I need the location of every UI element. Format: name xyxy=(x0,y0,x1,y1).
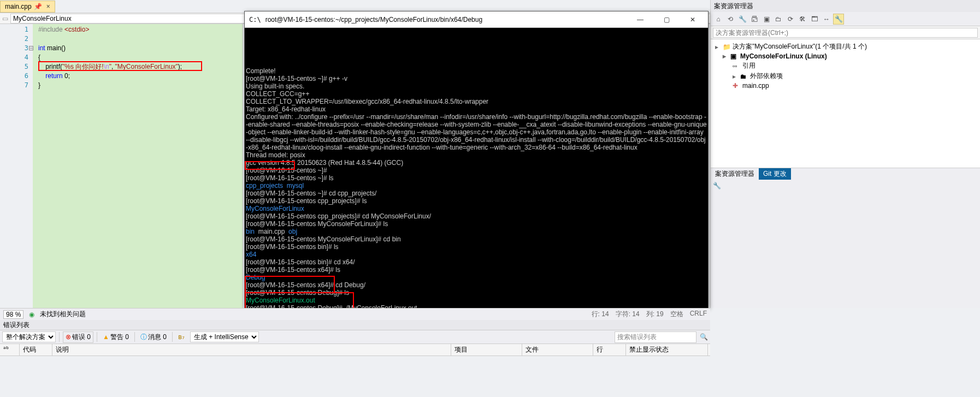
git-changes-panel: 🔧 xyxy=(711,180,980,308)
errorlist-col-4[interactable]: 文件 xyxy=(522,344,593,355)
solution-toolbar: ⌂⟲🔧🖆▣🗀⟳🛠🗔↔🔧 xyxy=(711,12,980,26)
build-filter-icon[interactable]: ʙ₇ xyxy=(176,333,187,341)
terminal-content[interactable]: Complete![root@VM-16-15-centos ~]# g++ -… xyxy=(245,28,708,309)
status-char: 字符: 14 xyxy=(616,310,640,319)
code-area[interactable]: #include <cstdio> ⊟int main() { printf("… xyxy=(33,24,243,308)
solution-root[interactable]: ▸📁决方案"MyConsoleForLinux"(1 个项目/共 1 个) xyxy=(713,42,978,52)
tab-git-changes[interactable]: Git 更改 xyxy=(759,168,791,180)
status-row: 行: 14 xyxy=(592,310,609,319)
tab-title: main.cpp xyxy=(5,3,32,10)
file-main-cpp[interactable]: ✚main.cpp xyxy=(713,81,978,90)
status-spaces: 空格 xyxy=(670,310,683,319)
terminal-window: C:\ root@VM-16-15-centos:~/cpp_projects/… xyxy=(244,11,709,308)
sol-toolbar-btn-5[interactable]: 🗀 xyxy=(773,14,784,25)
status-check-icon: ◉ xyxy=(29,311,34,318)
errorlist-scope-select[interactable]: 整个解决方案 xyxy=(2,331,56,342)
solution-tree: ▸📁决方案"MyConsoleForLinux"(1 个项目/共 1 个) ▸▣… xyxy=(711,39,980,168)
zoom-level[interactable]: 98 % xyxy=(3,310,23,319)
panel-title: 案资源管理器 xyxy=(711,0,980,12)
include-directive: #include xyxy=(38,26,64,33)
line-numbers: 1234567 xyxy=(0,24,33,308)
build-intellisense-select[interactable]: 生成 + IntelliSense xyxy=(190,331,259,342)
sol-toolbar-btn-2[interactable]: 🔧 xyxy=(737,14,748,25)
close-icon[interactable]: × xyxy=(46,3,50,10)
terminal-icon: C:\ xyxy=(249,16,261,23)
sol-toolbar-btn-1[interactable]: ⟲ xyxy=(725,14,736,25)
project-icon: ▭ xyxy=(2,15,8,22)
status-bar: 98 % ◉ 未找到相关问题 行: 14 字符: 14 列: 19 空格 CRL… xyxy=(0,308,710,320)
solution-explorer: 案资源管理器 ⌂⟲🔧🖆▣🗀⟳🛠🗔↔🔧 ▸📁决方案"MyConsoleForLin… xyxy=(710,0,980,308)
include-header: <cstdio> xyxy=(64,26,89,33)
project-node[interactable]: ▸▣MyConsoleForLinux (Linux) xyxy=(713,52,978,61)
errorlist-col-2[interactable]: 说明 xyxy=(52,344,451,355)
sol-toolbar-btn-3[interactable]: 🖆 xyxy=(749,14,760,25)
wrench-icon[interactable]: 🔧 xyxy=(713,182,721,189)
document-tab-main-cpp[interactable]: main.cpp 📌 × xyxy=(0,1,55,13)
status-no-problems: 未找到相关问题 xyxy=(40,310,86,319)
sol-toolbar-btn-10[interactable]: 🔧 xyxy=(833,14,844,25)
pin-icon[interactable]: 📌 xyxy=(34,3,42,10)
fold-icon[interactable]: ⊟ xyxy=(28,44,34,53)
sol-toolbar-btn-9[interactable]: ↔ xyxy=(821,14,832,25)
status-crlf: CRLF xyxy=(690,310,707,319)
sol-toolbar-btn-4[interactable]: ▣ xyxy=(761,14,772,25)
sol-toolbar-btn-7[interactable]: 🛠 xyxy=(797,14,808,25)
terminal-titlebar[interactable]: C:\ root@VM-16-15-centos:~/cpp_projects/… xyxy=(245,11,708,28)
maximize-button[interactable]: ▢ xyxy=(656,12,677,27)
errorlist-title: 错误列表 xyxy=(0,320,710,330)
terminal-title: root@VM-16-15-centos:~/cpp_projects/MyCo… xyxy=(265,16,625,23)
sol-toolbar-btn-6[interactable]: ⟳ xyxy=(785,14,796,25)
warnings-filter[interactable]: ▲警告 0 xyxy=(101,332,131,342)
minimize-button[interactable]: — xyxy=(629,12,651,27)
tab-solution-explorer[interactable]: 案资源管理器 xyxy=(711,168,759,180)
references-node[interactable]: ▫▫引用 xyxy=(713,61,978,71)
solution-tabs: 案资源管理器 Git 更改 xyxy=(711,168,980,180)
status-col: 列: 19 xyxy=(646,310,664,319)
errorlist-col-3[interactable]: 项目 xyxy=(451,344,522,355)
sol-toolbar-btn-8[interactable]: 🗔 xyxy=(809,14,820,25)
search-icon[interactable]: 🔍 xyxy=(700,333,708,341)
solution-search xyxy=(711,26,980,39)
errorlist-col-5[interactable]: 行 xyxy=(593,344,626,355)
errorlist-col-0[interactable]: ᵃᵇ xyxy=(0,344,20,355)
solution-search-input[interactable] xyxy=(713,28,978,38)
errorlist-columns: ᵃᵇ代码说明项目文件行禁止显示状态 xyxy=(0,344,710,356)
sol-toolbar-btn-0[interactable]: ⌂ xyxy=(713,14,724,25)
external-deps-node[interactable]: ▸🖿外部依赖项 xyxy=(713,71,978,81)
code-editor[interactable]: 1234567 #include <cstdio> ⊟int main() { … xyxy=(0,24,243,308)
errors-filter[interactable]: ⊗错误 0 xyxy=(63,331,93,343)
messages-filter[interactable]: ⓘ消息 0 xyxy=(138,332,169,342)
errorlist-col-6[interactable]: 禁止显示状态 xyxy=(626,344,708,355)
errorlist-search[interactable]: 搜索错误列表 xyxy=(615,331,696,343)
errorlist-col-1[interactable]: 代码 xyxy=(20,344,52,355)
close-button[interactable]: ✕ xyxy=(682,12,704,27)
errorlist-toolbar: 整个解决方案 ⊗错误 0 ▲警告 0 ⓘ消息 0 ʙ₇ 生成 + Intelli… xyxy=(0,330,710,344)
